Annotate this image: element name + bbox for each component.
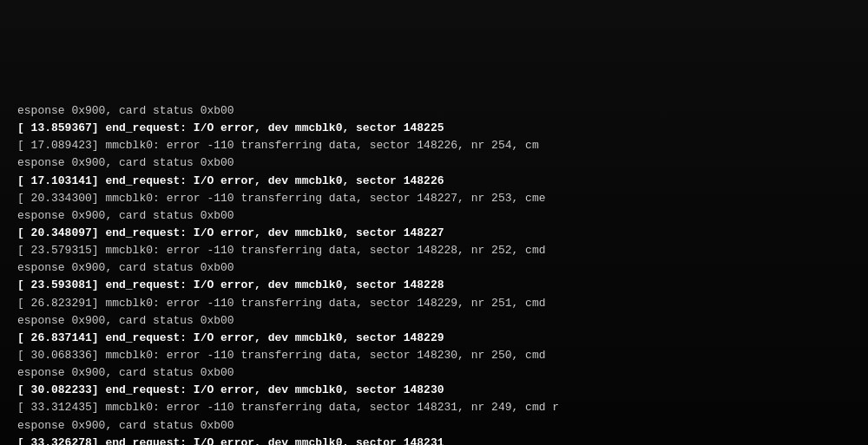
- terminal-line: [ 23.579315] mmcblk0: error -110 transfe…: [17, 242, 859, 259]
- terminal-line: [ 30.068336] mmcblk0: error -110 transfe…: [17, 347, 859, 364]
- terminal-line: esponse 0x900, card status 0xb00: [17, 259, 859, 277]
- terminal-line: [ 23.593081] end_request: I/O error, dev…: [17, 277, 859, 294]
- terminal-line: [ 20.334300] mmcblk0: error -110 transfe…: [17, 190, 859, 207]
- terminal-line: esponse 0x900, card status 0xb00: [17, 154, 859, 172]
- terminal-line: esponse 0x900, card status 0xb00: [17, 207, 859, 225]
- terminal-line: esponse 0x900, card status 0xb00: [17, 102, 859, 120]
- terminal-line: [ 26.823291] mmcblk0: error -110 transfe…: [17, 295, 859, 312]
- terminal-line: [ 13.859367] end_request: I/O error, dev…: [17, 120, 859, 137]
- terminal-line: [ 30.082233] end_request: I/O error, dev…: [17, 382, 859, 399]
- terminal-line: esponse 0x900, card status 0xb00: [17, 417, 859, 435]
- terminal-line: [ 26.837141] end_request: I/O error, dev…: [17, 330, 859, 347]
- terminal-content: esponse 0x900, card status 0xb00[ 13.859…: [17, 102, 859, 445]
- terminal-line: [ 33.312435] mmcblk0: error -110 transfe…: [17, 399, 859, 416]
- terminal-line: [ 17.089423] mmcblk0: error -110 transfe…: [17, 137, 859, 154]
- terminal-line: [ 33.326278] end_request: I/O error, dev…: [17, 435, 859, 445]
- terminal-line: [ 17.103141] end_request: I/O error, dev…: [17, 173, 859, 190]
- terminal-line: esponse 0x900, card status 0xb00: [17, 364, 859, 382]
- terminal-line: [ 20.348097] end_request: I/O error, dev…: [17, 225, 859, 242]
- terminal-line: esponse 0x900, card status 0xb00: [17, 312, 859, 330]
